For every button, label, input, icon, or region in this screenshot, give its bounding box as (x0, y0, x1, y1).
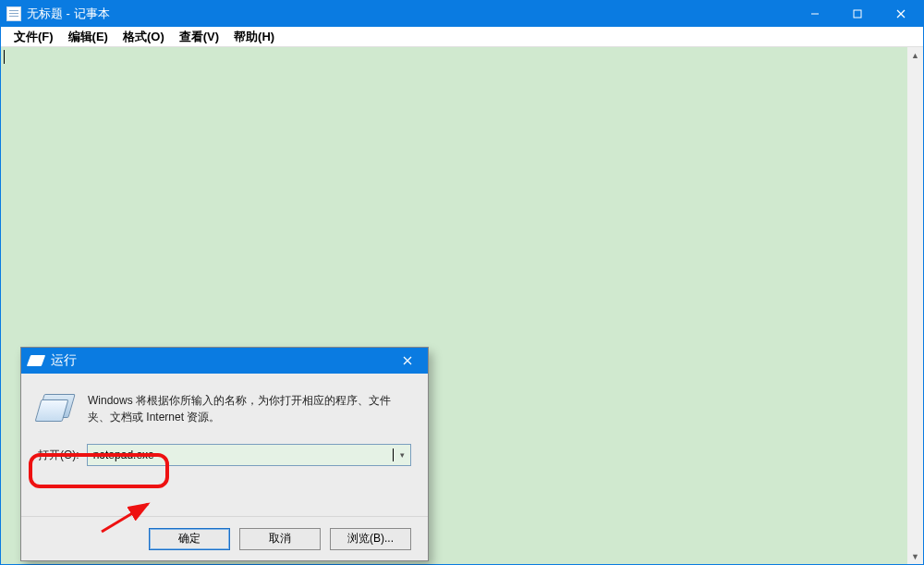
run-body: Windows 将根据你所输入的名称，为你打开相应的程序、文件夹、文档或 Int… (21, 374, 428, 477)
open-input[interactable] (88, 445, 393, 465)
menu-view[interactable]: 查看(V) (172, 27, 226, 47)
menubar: 文件(F) 编辑(E) 格式(O) 查看(V) 帮助(H) (1, 27, 923, 47)
menu-format[interactable]: 格式(O) (116, 27, 172, 47)
run-close-button[interactable] (387, 348, 428, 374)
run-title: 运行 (51, 352, 77, 369)
window-controls (794, 1, 923, 27)
maximize-button[interactable] (836, 1, 879, 27)
run-titlebar[interactable]: 运行 (21, 348, 428, 374)
text-caret (4, 50, 5, 64)
run-description: Windows 将根据你所输入的名称，为你打开相应的程序、文件夹、文档或 Int… (88, 392, 411, 425)
run-program-icon (38, 392, 75, 424)
open-combobox[interactable]: ▾ (87, 444, 411, 466)
menu-help[interactable]: 帮助(H) (226, 27, 282, 47)
run-dialog: 运行 Windows 将根据你所输入的名称，为你打开相应的程序、文件夹、文档或 … (20, 347, 429, 561)
menu-file[interactable]: 文件(F) (6, 27, 61, 47)
minimize-button[interactable] (794, 1, 836, 27)
menu-edit[interactable]: 编辑(E) (61, 27, 116, 47)
notepad-icon (6, 6, 21, 21)
close-button[interactable] (879, 1, 923, 27)
dropdown-button[interactable]: ▾ (394, 445, 410, 465)
run-footer: 确定 取消 浏览(B)... (21, 516, 428, 560)
ok-button[interactable]: 确定 (149, 528, 230, 550)
scroll-up-icon[interactable]: ▲ (907, 47, 923, 63)
open-label: 打开(O): (38, 448, 79, 463)
vertical-scrollbar[interactable]: ▲ ▼ (907, 47, 923, 564)
window-title: 无标题 - 记事本 (27, 6, 110, 22)
scroll-down-icon[interactable]: ▼ (907, 548, 923, 564)
browse-button[interactable]: 浏览(B)... (330, 528, 411, 550)
chevron-down-icon: ▾ (400, 450, 405, 460)
titlebar[interactable]: 无标题 - 记事本 (1, 1, 923, 27)
svg-rect-1 (854, 10, 861, 18)
cancel-button[interactable]: 取消 (239, 528, 321, 550)
run-icon (29, 355, 43, 366)
